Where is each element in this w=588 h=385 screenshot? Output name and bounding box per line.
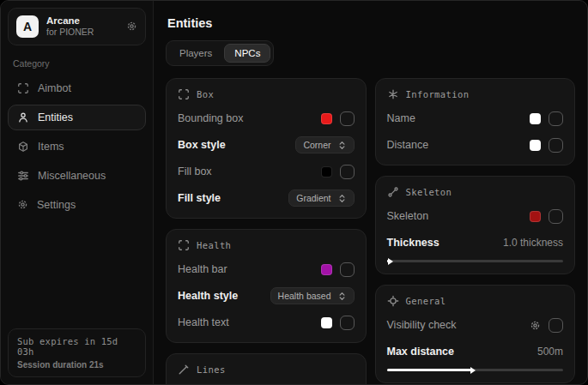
setting-label: Visibility check xyxy=(387,319,457,331)
bounding-box-checkbox[interactable] xyxy=(340,111,355,126)
tab-npcs[interactable]: NPCs xyxy=(224,44,270,63)
card-lines: Lines View line Line to enemy xyxy=(166,353,367,384)
thickness-slider[interactable] xyxy=(387,260,564,262)
entity-type-tabs: Players NPCs xyxy=(166,40,274,66)
sidebar-item-label: Settings xyxy=(37,199,76,211)
app-logo: A xyxy=(16,15,39,38)
sidebar-nav: Aimbot Entities Items Miscellaneous Sett… xyxy=(8,75,146,218)
setting-row: Distance xyxy=(387,136,564,153)
crosshair-icon xyxy=(387,295,399,307)
setting-row: Bounding box xyxy=(178,110,355,127)
gear-icon[interactable] xyxy=(126,21,137,32)
box-icon xyxy=(178,88,190,100)
chevron-updown-icon xyxy=(337,194,347,203)
card-title: Lines xyxy=(197,364,226,375)
gear-icon xyxy=(17,199,28,210)
pencil-icon xyxy=(178,364,190,376)
setting-label: Skeleton xyxy=(387,210,429,222)
card-title: Box xyxy=(197,89,214,99)
cube-icon xyxy=(17,141,29,153)
box-style-dropdown[interactable]: Corner xyxy=(295,136,354,153)
setting-label: Fill box xyxy=(178,165,212,177)
setting-row: Box style Corner xyxy=(178,136,355,153)
health-icon xyxy=(178,239,190,251)
color-swatch[interactable] xyxy=(321,166,332,177)
health-bar-checkbox[interactable] xyxy=(340,262,355,277)
entities-icon xyxy=(17,111,29,123)
max-distance-value: 500m xyxy=(537,346,563,358)
tab-players[interactable]: Players xyxy=(169,44,222,63)
setting-row: Thickness 1.0 thickness xyxy=(387,234,564,251)
card-title: Health xyxy=(197,240,231,250)
app-name: Arcane xyxy=(46,15,118,27)
skeleton-checkbox[interactable] xyxy=(549,209,563,224)
color-swatch[interactable] xyxy=(321,317,332,328)
chevron-updown-icon xyxy=(337,141,347,150)
card-title: Skeleton xyxy=(406,187,452,197)
sidebar: A Arcane for PIONER Category Aimbot Enti… xyxy=(1,1,154,384)
sidebar-item-items[interactable]: Items xyxy=(8,134,146,159)
session-duration-text: Session duration 21s xyxy=(17,360,136,370)
sidebar-item-aimbot[interactable]: Aimbot xyxy=(8,75,146,101)
setting-row: Health style Health based xyxy=(178,287,355,304)
card-box: Box Bounding box Box style Corner xyxy=(166,78,367,219)
color-swatch[interactable] xyxy=(321,264,332,275)
gear-icon[interactable] xyxy=(530,320,541,331)
setting-row: Max distance 500m xyxy=(387,343,564,360)
sidebar-item-label: Aimbot xyxy=(38,82,71,94)
bone-icon xyxy=(387,186,399,198)
setting-label: Max distance xyxy=(387,346,455,358)
setting-label: Health style xyxy=(178,290,238,302)
color-swatch[interactable] xyxy=(530,211,541,222)
setting-label: Thickness xyxy=(387,237,439,249)
sidebar-item-settings[interactable]: Settings xyxy=(8,192,146,218)
sub-expires-text: Sub expires in 15d 03h xyxy=(17,336,136,357)
setting-label: Health bar xyxy=(178,263,227,275)
fill-box-checkbox[interactable] xyxy=(340,165,355,179)
setting-label: Bounding box xyxy=(178,112,243,124)
setting-label: Distance xyxy=(387,139,429,151)
health-text-checkbox[interactable] xyxy=(340,316,355,330)
card-health: Health Health bar Health style Health ba… xyxy=(166,229,367,343)
visibility-check-checkbox[interactable] xyxy=(549,318,563,333)
card-general: General Visibility check Max distance 50… xyxy=(375,285,576,383)
asterisk-icon xyxy=(387,88,399,100)
chevron-updown-icon xyxy=(337,292,347,301)
category-label: Category xyxy=(13,58,141,69)
max-distance-slider[interactable] xyxy=(387,369,564,371)
setting-row: Health text xyxy=(178,314,355,331)
setting-label: Health text xyxy=(178,316,229,328)
setting-row: Name xyxy=(387,110,564,127)
fill-style-dropdown[interactable]: Gradient xyxy=(288,189,354,207)
main-panel: Entities Players NPCs Box Bounding box xyxy=(154,1,587,384)
brand-card: A Arcane for PIONER xyxy=(8,8,146,45)
color-swatch[interactable] xyxy=(530,140,541,151)
sidebar-item-label: Entities xyxy=(38,111,73,123)
subscription-info-card: Sub expires in 15d 03h Session duration … xyxy=(8,328,146,377)
sidebar-item-label: Items xyxy=(38,141,64,153)
setting-label: Box style xyxy=(178,139,226,151)
sidebar-item-miscellaneous[interactable]: Miscellaneous xyxy=(8,163,146,189)
name-checkbox[interactable] xyxy=(549,111,563,126)
health-style-dropdown[interactable]: Health based xyxy=(270,287,355,304)
app-subtitle: for PIONER xyxy=(46,27,118,38)
app-window: A Arcane for PIONER Category Aimbot Enti… xyxy=(0,0,588,385)
setting-row: Visibility check xyxy=(387,316,564,334)
setting-row: Fill style Gradient xyxy=(178,189,355,207)
crosshair-icon xyxy=(17,82,29,94)
card-information: Information Name Distance xyxy=(375,78,576,165)
sliders-icon xyxy=(17,170,29,182)
color-swatch[interactable] xyxy=(321,113,332,124)
sidebar-item-label: Miscellaneous xyxy=(38,170,106,182)
sidebar-item-entities[interactable]: Entities xyxy=(8,105,146,130)
thickness-value: 1.0 thickness xyxy=(503,237,563,249)
setting-label: Fill style xyxy=(178,192,221,204)
card-skeleton: Skeleton Skeleton Thickness 1.0 thicknes… xyxy=(375,176,576,274)
setting-row: Health bar xyxy=(178,261,355,278)
distance-checkbox[interactable] xyxy=(549,138,563,153)
color-swatch[interactable] xyxy=(530,113,541,124)
page-title: Entities xyxy=(167,16,575,30)
card-title: Information xyxy=(406,89,470,99)
setting-label: Name xyxy=(387,112,415,124)
setting-row: Fill box xyxy=(178,163,355,180)
